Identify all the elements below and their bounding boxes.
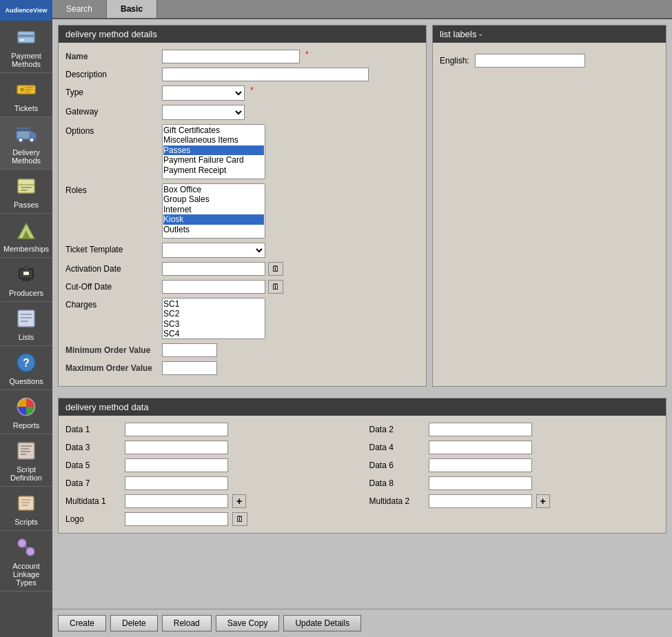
app-logo: AudienceView [0,0,52,21]
multidata1-input[interactable] [125,494,228,508]
charges-label: Charges [65,298,162,310]
ticket-template-control [162,243,419,258]
logo-browse-btn[interactable]: 🗓 [232,512,247,526]
svg-rect-8 [17,131,30,139]
svg-rect-15 [21,187,32,188]
list-labels-body: English: [433,43,666,79]
svg-point-20 [24,266,28,270]
sidebar-item-lists[interactable]: Lists [0,302,52,346]
sidebar-item-reports[interactable]: Reports [0,390,52,434]
save-copy-button[interactable]: Save Copy [216,615,280,631]
tab-basic[interactable]: Basic [107,0,157,18]
data1-label: Data 1 [65,425,121,434]
role-kiosk: Kiosk [163,214,264,224]
logo-label: Logo [65,514,121,524]
cutoff-date-input[interactable] [162,280,265,294]
data6-input[interactable] [429,458,532,472]
delivery-method-data-body: Data 1 Data 2 Data 3 Da [59,416,666,533]
charge-sc2: SC2 [163,309,264,318]
cutoff-date-calendar-btn[interactable]: 🗓 [268,280,283,294]
sidebar-label-script-definition: Script Definition [3,465,50,482]
sidebar-label-lists: Lists [19,333,34,341]
cutoff-date-control: 🗓 [162,280,419,294]
svg-rect-21 [18,310,34,327]
type-select[interactable] [162,85,245,101]
create-button[interactable]: Create [58,615,106,631]
option-payment-failure: Payment Failure Card [163,155,264,165]
data5-input[interactable] [125,458,228,472]
data4-input[interactable] [429,441,532,454]
sidebar-item-scripts[interactable]: Scripts [0,487,52,531]
english-row: English: [440,50,659,72]
multidata1-add-btn[interactable]: + [232,494,246,508]
multidata2-add-btn[interactable]: + [536,494,550,508]
cutoff-date-row: Cut-Off Date 🗓 [65,280,419,294]
english-input[interactable] [475,54,585,68]
membership-icon [14,218,39,243]
producer-icon [14,262,39,287]
charges-listbox[interactable]: SC1 SC2 SC3 SC4 [162,298,265,339]
gateway-control [162,105,419,120]
svg-rect-18 [22,279,30,281]
sidebar-item-tickets[interactable]: Tickets [0,73,52,117]
name-input[interactable] [162,50,300,63]
data1-input[interactable] [125,423,228,436]
delivery-method-data-panel: delivery method data Data 1 Data 2 [58,398,666,534]
max-order-control [162,361,419,375]
sidebar: AudienceView Payment Methods Tickets [0,0,52,637]
roles-listbox[interactable]: Box Office Group Sales Internet Kiosk Ou… [162,183,265,239]
delivery-icon [14,121,39,146]
sidebar-item-passes[interactable]: Passes [0,170,52,214]
sidebar-item-script-definition[interactable]: Script Definition [0,434,52,487]
list-labels-header: list labels - [433,26,666,43]
data2-input[interactable] [429,423,532,436]
list-labels-panel: list labels - English: [432,25,666,387]
option-misc-items: Miscellaneous Items [163,135,264,145]
sidebar-item-questions[interactable]: ? Questions [0,346,52,390]
data7-input[interactable] [125,476,228,490]
activation-date-input[interactable] [162,262,265,276]
gateway-select[interactable] [162,105,245,120]
delete-button[interactable]: Delete [110,615,158,631]
ticket-template-select[interactable] [162,243,265,258]
sidebar-item-payment-methods[interactable]: Payment Methods [0,21,52,73]
activation-date-label: Activation Date [65,262,162,274]
options-listbox[interactable]: Gift Certificates Miscellaneous Items Pa… [162,124,265,179]
delivery-method-details-header: delivery method details [59,26,426,43]
data8-input[interactable] [429,476,532,490]
activation-date-row: Activation Date 🗓 [65,262,419,276]
reload-button[interactable]: Reload [162,615,212,631]
data3-input[interactable] [125,441,228,454]
sidebar-item-producers[interactable]: Producers [0,258,52,302]
scripts-icon [14,491,39,516]
ticket-template-label: Ticket Template [65,243,162,254]
min-order-input[interactable] [162,343,217,357]
description-input[interactable] [162,68,369,81]
top-panels: delivery method details Name * Descripti… [58,25,666,392]
payment-icon [14,25,39,50]
sidebar-item-delivery-methods[interactable]: Delivery Methods [0,117,52,170]
sidebar-item-account-linkage-types[interactable]: Account Linkage Types [0,531,52,592]
multidata2-input[interactable] [429,494,532,508]
logo-input[interactable] [125,512,228,526]
list-icon [14,306,39,331]
roles-label: Roles [65,183,162,195]
svg-point-11 [30,138,34,142]
main-area: Search Basic delivery method details Nam… [52,0,672,637]
option-payment-receipt: Payment Receipt [163,165,264,175]
name-control: * [162,50,419,63]
sidebar-label-account-linkage-types: Account Linkage Types [3,562,50,587]
script-def-icon [14,438,39,463]
sidebar-label-producers: Producers [9,289,43,297]
update-details-button[interactable]: Update Details [283,615,361,631]
type-control: * [162,85,419,101]
options-label: Options [65,124,162,136]
max-order-label: Maximum Order Value [65,361,162,373]
tab-search[interactable]: Search [52,0,107,18]
ticket-icon [14,77,39,102]
sidebar-item-memberships[interactable]: Memberships [0,214,52,258]
svg-rect-33 [19,496,34,510]
option-passes: Passes [163,145,264,155]
max-order-input[interactable] [162,361,217,375]
activation-date-calendar-btn[interactable]: 🗓 [268,262,283,276]
